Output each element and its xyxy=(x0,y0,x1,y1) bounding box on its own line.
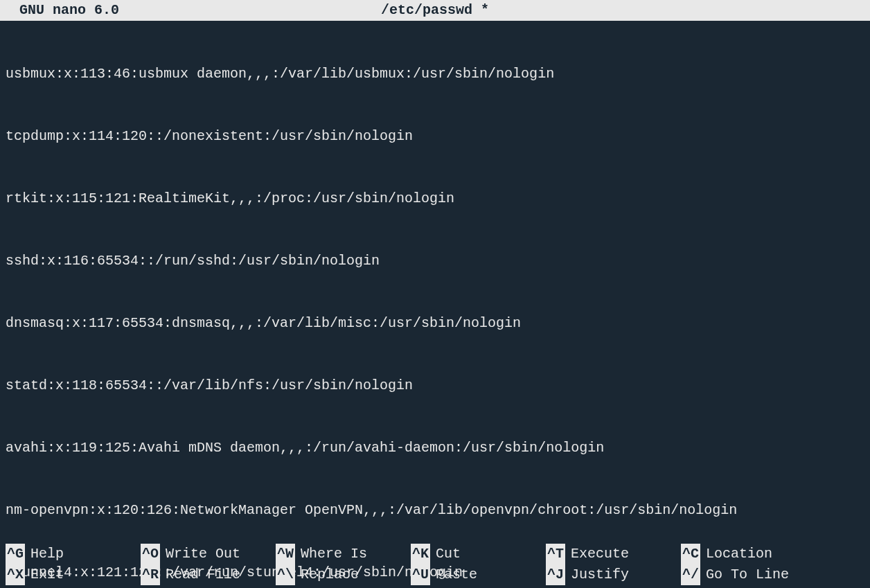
shortcut-row-2: ^X Exit ^R Read File ^\ Replace ^U Paste… xyxy=(6,564,864,585)
shortcut-label: Cut xyxy=(436,544,461,564)
shortcut-label: Replace xyxy=(301,564,359,585)
file-line[interactable]: sshd:x:116:65534::/run/sshd:/usr/sbin/no… xyxy=(6,251,864,271)
file-line[interactable]: dnsmasq:x:117:65534:dnsmasq,,,:/var/lib/… xyxy=(6,313,864,334)
shortcut-replace[interactable]: ^\ Replace xyxy=(276,564,411,585)
shortcut-label: Exit xyxy=(30,564,64,585)
shortcut-key: ^U xyxy=(411,564,430,585)
shortcuts-bar: ^G Help ^O Write Out ^W Where Is ^K Cut … xyxy=(6,544,864,585)
shortcut-label: Paste xyxy=(436,564,477,585)
shortcut-cut[interactable]: ^K Cut xyxy=(411,544,546,564)
shortcut-key: ^/ xyxy=(681,564,700,585)
shortcut-read-file[interactable]: ^R Read File xyxy=(141,564,276,585)
file-line[interactable]: rtkit:x:115:121:RealtimeKit,,,:/proc:/us… xyxy=(6,188,864,209)
shortcut-key: ^C xyxy=(681,544,700,564)
file-line[interactable]: statd:x:118:65534::/var/lib/nfs:/usr/sbi… xyxy=(6,375,864,396)
shortcut-label: Go To Line xyxy=(706,564,789,585)
shortcut-key: ^T xyxy=(546,544,565,564)
shortcut-key: ^W xyxy=(276,544,295,564)
shortcut-label: Write Out xyxy=(166,544,240,564)
shortcut-paste[interactable]: ^U Paste xyxy=(411,564,546,585)
shortcut-execute[interactable]: ^T Execute xyxy=(546,544,681,564)
file-line[interactable]: nm-openvpn:x:120:126:NetworkManager Open… xyxy=(6,500,864,521)
shortcut-key: ^\ xyxy=(276,564,295,585)
shortcut-key: ^K xyxy=(411,544,430,564)
shortcut-label: Execute xyxy=(571,544,629,564)
shortcut-key: ^J xyxy=(546,564,565,585)
file-line[interactable]: avahi:x:119:125:Avahi mDNS daemon,,,:/ru… xyxy=(6,438,864,458)
file-line[interactable]: tcpdump:x:114:120::/nonexistent:/usr/sbi… xyxy=(6,126,864,147)
shortcut-key: ^O xyxy=(141,544,160,564)
file-line[interactable]: usbmux:x:113:46:usbmux daemon,,,:/var/li… xyxy=(6,64,864,84)
shortcut-row-1: ^G Help ^O Write Out ^W Where Is ^K Cut … xyxy=(6,544,864,564)
shortcut-justify[interactable]: ^J Justify xyxy=(546,564,681,585)
shortcut-where-is[interactable]: ^W Where Is xyxy=(276,544,411,564)
shortcut-write-out[interactable]: ^O Write Out xyxy=(141,544,276,564)
shortcut-label: Justify xyxy=(571,564,629,585)
file-name: /etc/passwd * xyxy=(381,0,489,21)
shortcut-exit[interactable]: ^X Exit xyxy=(6,564,141,585)
shortcut-label: Read File xyxy=(166,564,240,585)
shortcut-key: ^G xyxy=(6,544,25,564)
shortcut-key: ^X xyxy=(6,564,25,585)
shortcut-help[interactable]: ^G Help xyxy=(6,544,141,564)
shortcut-label: Location xyxy=(706,544,772,564)
editor-content[interactable]: usbmux:x:113:46:usbmux daemon,,,:/var/li… xyxy=(0,21,870,588)
shortcut-label: Where Is xyxy=(301,544,367,564)
app-name: GNU nano 6.0 xyxy=(3,0,119,21)
shortcut-location[interactable]: ^C Location xyxy=(681,544,816,564)
title-bar: GNU nano 6.0 /etc/passwd * xyxy=(0,0,870,21)
shortcut-label: Help xyxy=(30,544,64,564)
shortcut-go-to-line[interactable]: ^/ Go To Line xyxy=(681,564,816,585)
shortcut-key: ^R xyxy=(141,564,160,585)
